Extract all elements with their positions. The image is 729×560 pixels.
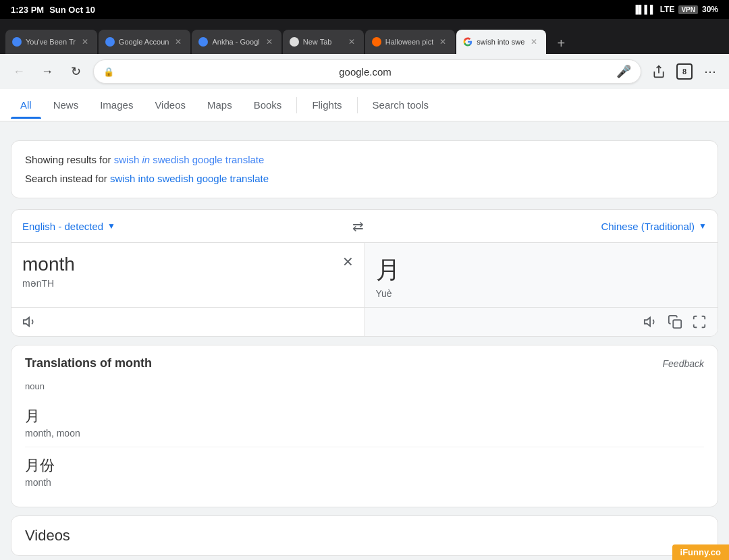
tab-maps[interactable]: Maps	[198, 91, 242, 119]
tab-images[interactable]: Images	[90, 91, 142, 119]
translate-header: English - detected ▼ ⇄ Chinese (Traditio…	[11, 210, 718, 243]
tab-books[interactable]: Books	[244, 91, 292, 119]
signal-icon: ▐▌▌▌	[633, 5, 656, 14]
target-speaker-button[interactable]	[643, 314, 658, 329]
tab-5-close[interactable]: ✕	[437, 36, 448, 47]
tab-1-favicon	[12, 37, 22, 47]
tab-1-close[interactable]: ✕	[80, 36, 90, 47]
search-instead-prefix: Search instead for	[25, 173, 107, 184]
svg-rect-3	[673, 320, 681, 328]
ifunny-watermark: iFunny.co	[672, 544, 729, 560]
translation-char-2: 月份	[25, 455, 704, 476]
tab-videos[interactable]: Videos	[145, 91, 195, 119]
translate-body: month mənTH ✕ 月 Yuè	[11, 243, 718, 307]
translation-char-1: 月	[25, 406, 704, 426]
swap-icon: ⇄	[352, 218, 364, 234]
showing-results-box: Showing results for swish in swedish goo…	[11, 140, 718, 198]
target-lang-arrow-icon: ▼	[699, 221, 707, 231]
tab-2[interactable]: Google Accoun ✕	[99, 30, 191, 54]
expand-translation-button[interactable]	[692, 314, 707, 329]
battery-indicator: 30%	[702, 5, 718, 14]
tab-bar: You've Been Tr ✕ Google Accoun ✕ Ankha -…	[0, 19, 729, 54]
nav-bar: ← → ↻ 🔒 google.com 🎤 8 ⋯	[0, 54, 729, 89]
svg-marker-1	[24, 318, 29, 327]
translation-meanings-2: month	[25, 477, 704, 488]
tab-divider-2	[357, 97, 358, 113]
translate-footer	[11, 307, 718, 336]
forward-button[interactable]: →	[36, 61, 58, 82]
search-instead-link[interactable]: swish into swedish google translate	[110, 173, 269, 184]
target-panel: 月 Yuè	[365, 243, 718, 307]
source-language-selector[interactable]: English - detected ▼	[22, 221, 115, 232]
feedback-link[interactable]: Feedback	[663, 358, 704, 369]
tab-4-close[interactable]: ✕	[346, 36, 357, 47]
tab-4-title: New Tab	[303, 38, 342, 46]
showing-results-line1: Showing results for swish in swedish goo…	[25, 152, 704, 168]
more-options-button[interactable]: ⋯	[699, 61, 721, 82]
target-phonetic: Yuè	[376, 288, 707, 299]
back-button[interactable]: ←	[8, 61, 30, 82]
status-bar: 1:23 PM Sun Oct 10 ▐▌▌▌ LTE VPN 30%	[0, 0, 729, 19]
search-tabs-bar: All News Images Videos Maps Books Flight…	[0, 89, 729, 121]
address-bar[interactable]: 🔒 google.com 🎤	[93, 59, 641, 84]
translations-of-section: Translations of month Feedback noun 月 mo…	[11, 345, 718, 507]
tab-count-button[interactable]: 8	[676, 63, 693, 80]
tab-6-active[interactable]: swish into swe ✕	[456, 30, 546, 54]
target-character: 月	[376, 254, 707, 287]
tab-all[interactable]: All	[11, 91, 41, 119]
tab-search-tools[interactable]: Search tools	[363, 91, 438, 119]
tab-3-title: Ankha - Googl	[212, 38, 259, 46]
tab-6-close[interactable]: ✕	[529, 36, 539, 47]
tab-4[interactable]: New Tab ✕	[283, 30, 364, 54]
source-lang-arrow-icon: ▼	[107, 221, 115, 231]
microphone-icon[interactable]: 🎤	[616, 64, 631, 79]
source-speaker-button[interactable]	[22, 314, 37, 329]
source-phonetic: mənTH	[22, 278, 354, 289]
source-word: month	[22, 254, 354, 275]
tab-5-title: Halloween pict	[385, 38, 434, 46]
browser-chrome: You've Been Tr ✕ Google Accoun ✕ Ankha -…	[0, 19, 729, 89]
svg-marker-2	[645, 318, 650, 327]
italic-word: in	[142, 154, 150, 165]
showing-results-line2: Search instead for swish into swedish go…	[25, 171, 704, 187]
corrected-query: swish in swedish google translate	[114, 154, 265, 165]
translation-row-2: 月份 month	[25, 447, 704, 496]
videos-section: Videos	[11, 515, 718, 556]
tab-6-title: swish into swe	[477, 38, 524, 46]
tab-news[interactable]: News	[44, 91, 88, 119]
tab-divider	[296, 97, 297, 113]
target-footer	[364, 308, 718, 336]
share-button[interactable]	[648, 61, 670, 82]
target-lang-label: Chinese (Traditional)	[601, 221, 695, 232]
source-lang-label: English - detected	[22, 221, 103, 232]
tab-3-close[interactable]: ✕	[264, 36, 275, 47]
tab-add-button[interactable]: +	[550, 32, 572, 54]
lock-icon: 🔒	[103, 67, 114, 77]
translate-widget: English - detected ▼ ⇄ Chinese (Traditio…	[11, 209, 718, 337]
tab-flights[interactable]: Flights	[302, 91, 351, 119]
tab-5[interactable]: Halloween pict ✕	[365, 30, 456, 54]
target-language-selector[interactable]: Chinese (Traditional) ▼	[601, 221, 707, 232]
date-display: Sun Oct 10	[49, 5, 95, 15]
main-scroll-container[interactable]: Showing results for swish in swedish goo…	[0, 121, 729, 560]
swap-languages-button[interactable]: ⇄	[115, 218, 601, 234]
clear-button[interactable]: ✕	[342, 254, 354, 270]
reload-button[interactable]: ↻	[65, 61, 86, 82]
translation-row-1: 月 month, moon	[25, 398, 704, 447]
source-panel: month mənTH ✕	[11, 243, 365, 307]
translations-title: Translations of month	[25, 356, 152, 370]
tab-3[interactable]: Ankha - Googl ✕	[192, 30, 281, 54]
tab-4-favicon	[290, 37, 299, 47]
tab-5-favicon	[372, 37, 381, 47]
tab-2-close[interactable]: ✕	[173, 36, 184, 47]
tab-1[interactable]: You've Been Tr ✕	[5, 30, 97, 54]
showing-prefix: Showing results for	[25, 154, 111, 165]
pos-noun-label: noun	[25, 381, 704, 391]
vpn-indicator: VPN	[678, 5, 698, 14]
copy-translation-button[interactable]	[668, 314, 682, 329]
tab-2-title: Google Accoun	[119, 38, 169, 46]
time-display: 1:23 PM	[11, 5, 44, 15]
url-display: google.com	[119, 66, 611, 78]
status-bar-right: ▐▌▌▌ LTE VPN 30%	[633, 5, 718, 14]
videos-title: Videos	[25, 527, 704, 544]
